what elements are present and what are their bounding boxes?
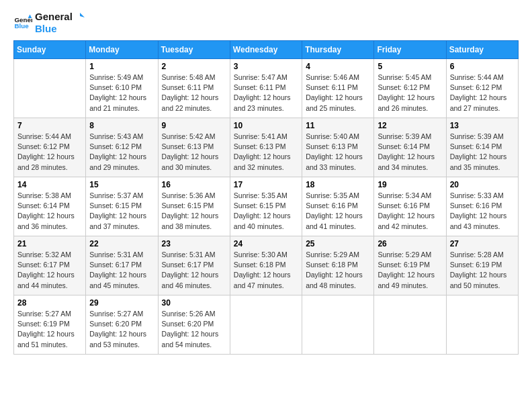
day-number: 11 — [306, 121, 370, 130]
calendar-cell: 26Sunrise: 5:29 AMSunset: 6:19 PMDayligh… — [374, 236, 446, 295]
calendar-cell: 8Sunrise: 5:43 AMSunset: 6:12 PMDaylight… — [86, 118, 158, 177]
day-info: Sunrise: 5:35 AMSunset: 6:15 PMDaylight:… — [234, 191, 298, 232]
day-info: Sunrise: 5:36 AMSunset: 6:15 PMDaylight:… — [162, 191, 226, 232]
day-info: Sunrise: 5:47 AMSunset: 6:11 PMDaylight:… — [234, 73, 298, 113]
day-info: Sunrise: 5:29 AMSunset: 6:19 PMDaylight:… — [378, 250, 442, 291]
day-number: 10 — [234, 121, 298, 130]
calendar-table: SundayMondayTuesdayWednesdayThursdayFrid… — [13, 40, 519, 355]
calendar-cell: 1Sunrise: 5:49 AMSunset: 6:10 PMDaylight… — [86, 59, 158, 118]
calendar-cell — [14, 59, 86, 118]
day-info: Sunrise: 5:42 AMSunset: 6:13 PMDaylight:… — [162, 132, 226, 173]
day-info: Sunrise: 5:44 AMSunset: 6:12 PMDaylight:… — [17, 132, 82, 173]
calendar-cell: 25Sunrise: 5:29 AMSunset: 6:18 PMDayligh… — [302, 236, 374, 295]
calendar-cell: 18Sunrise: 5:35 AMSunset: 6:16 PMDayligh… — [302, 177, 374, 236]
calendar-cell: 12Sunrise: 5:39 AMSunset: 6:14 PMDayligh… — [374, 118, 446, 177]
calendar-cell: 17Sunrise: 5:35 AMSunset: 6:15 PMDayligh… — [230, 177, 302, 236]
logo-icon: General Blue — [13, 13, 32, 32]
day-number: 28 — [17, 298, 82, 308]
day-number: 8 — [89, 121, 154, 130]
day-info: Sunrise: 5:30 AMSunset: 6:18 PMDaylight:… — [234, 250, 298, 291]
day-info: Sunrise: 5:39 AMSunset: 6:14 PMDaylight:… — [450, 132, 515, 173]
logo-wing-icon — [75, 13, 85, 22]
day-info: Sunrise: 5:31 AMSunset: 6:17 PMDaylight:… — [162, 250, 226, 291]
day-info: Sunrise: 5:27 AMSunset: 6:19 PMDaylight:… — [17, 309, 82, 350]
day-info: Sunrise: 5:43 AMSunset: 6:12 PMDaylight:… — [89, 132, 154, 173]
day-number: 20 — [450, 180, 515, 189]
day-number: 13 — [450, 121, 515, 130]
calendar-cell: 16Sunrise: 5:36 AMSunset: 6:15 PMDayligh… — [158, 177, 230, 236]
svg-text:Blue: Blue — [14, 22, 29, 30]
day-info: Sunrise: 5:27 AMSunset: 6:20 PMDaylight:… — [89, 309, 154, 350]
day-info: Sunrise: 5:49 AMSunset: 6:10 PMDaylight:… — [89, 73, 154, 113]
calendar-cell: 14Sunrise: 5:38 AMSunset: 6:14 PMDayligh… — [14, 177, 86, 236]
day-number: 23 — [162, 239, 226, 248]
day-number: 17 — [234, 180, 298, 189]
calendar-cell: 7Sunrise: 5:44 AMSunset: 6:12 PMDaylight… — [14, 118, 86, 177]
day-number: 16 — [162, 180, 226, 189]
day-number: 12 — [378, 121, 442, 130]
calendar-cell: 24Sunrise: 5:30 AMSunset: 6:18 PMDayligh… — [230, 236, 302, 295]
day-number: 29 — [89, 298, 154, 308]
calendar-cell — [446, 295, 518, 355]
day-number: 1 — [89, 62, 154, 71]
calendar-cell: 10Sunrise: 5:41 AMSunset: 6:13 PMDayligh… — [230, 118, 302, 177]
day-info: Sunrise: 5:29 AMSunset: 6:18 PMDaylight:… — [306, 250, 370, 291]
calendar-cell — [302, 295, 374, 355]
calendar-cell: 15Sunrise: 5:37 AMSunset: 6:15 PMDayligh… — [86, 177, 158, 236]
calendar-cell: 28Sunrise: 5:27 AMSunset: 6:19 PMDayligh… — [14, 295, 86, 355]
calendar-cell: 11Sunrise: 5:40 AMSunset: 6:13 PMDayligh… — [302, 118, 374, 177]
day-number: 5 — [378, 62, 442, 71]
calendar-cell: 3Sunrise: 5:47 AMSunset: 6:11 PMDaylight… — [230, 59, 302, 118]
day-info: Sunrise: 5:40 AMSunset: 6:13 PMDaylight:… — [306, 132, 370, 173]
day-number: 18 — [306, 180, 370, 189]
day-info: Sunrise: 5:46 AMSunset: 6:11 PMDaylight:… — [306, 73, 370, 113]
day-info: Sunrise: 5:38 AMSunset: 6:14 PMDaylight:… — [17, 191, 82, 232]
day-info: Sunrise: 5:41 AMSunset: 6:13 PMDaylight:… — [234, 132, 298, 173]
calendar-cell: 2Sunrise: 5:48 AMSunset: 6:11 PMDaylight… — [158, 59, 230, 118]
weekday-header: Sunday — [14, 41, 86, 59]
calendar-cell: 9Sunrise: 5:42 AMSunset: 6:13 PMDaylight… — [158, 118, 230, 177]
day-info: Sunrise: 5:35 AMSunset: 6:16 PMDaylight:… — [306, 191, 370, 232]
day-number: 24 — [234, 239, 298, 248]
day-number: 25 — [306, 239, 370, 248]
day-info: Sunrise: 5:34 AMSunset: 6:16 PMDaylight:… — [378, 191, 442, 232]
day-info: Sunrise: 5:32 AMSunset: 6:17 PMDaylight:… — [17, 250, 82, 291]
day-number: 30 — [162, 298, 226, 308]
day-info: Sunrise: 5:31 AMSunset: 6:17 PMDaylight:… — [89, 250, 154, 291]
day-number: 4 — [306, 62, 370, 71]
calendar-body: 1Sunrise: 5:49 AMSunset: 6:10 PMDaylight… — [14, 59, 519, 355]
svg-marker-3 — [80, 13, 85, 17]
weekday-header: Saturday — [446, 41, 518, 59]
calendar-cell: 29Sunrise: 5:27 AMSunset: 6:20 PMDayligh… — [86, 295, 158, 355]
calendar-cell: 13Sunrise: 5:39 AMSunset: 6:14 PMDayligh… — [446, 118, 518, 177]
day-info: Sunrise: 5:44 AMSunset: 6:12 PMDaylight:… — [450, 73, 515, 113]
day-info: Sunrise: 5:33 AMSunset: 6:16 PMDaylight:… — [450, 191, 515, 232]
day-info: Sunrise: 5:45 AMSunset: 6:12 PMDaylight:… — [378, 73, 442, 113]
calendar-cell — [230, 295, 302, 355]
weekday-header: Monday — [86, 41, 158, 59]
day-info: Sunrise: 5:28 AMSunset: 6:19 PMDaylight:… — [450, 250, 515, 291]
calendar-cell: 22Sunrise: 5:31 AMSunset: 6:17 PMDayligh… — [86, 236, 158, 295]
weekday-header: Wednesday — [230, 41, 302, 59]
calendar-cell: 5Sunrise: 5:45 AMSunset: 6:12 PMDaylight… — [374, 59, 446, 118]
day-info: Sunrise: 5:48 AMSunset: 6:11 PMDaylight:… — [162, 73, 226, 113]
page-header: General Blue General Blue — [13, 11, 519, 35]
calendar-cell: 4Sunrise: 5:46 AMSunset: 6:11 PMDaylight… — [302, 59, 374, 118]
day-number: 14 — [17, 180, 82, 189]
calendar-cell — [374, 295, 446, 355]
day-number: 2 — [162, 62, 226, 71]
day-number: 21 — [17, 239, 82, 248]
logo: General Blue General Blue — [13, 11, 85, 35]
day-number: 3 — [234, 62, 298, 71]
weekday-header: Tuesday — [158, 41, 230, 59]
calendar-cell: 19Sunrise: 5:34 AMSunset: 6:16 PMDayligh… — [374, 177, 446, 236]
calendar-cell: 6Sunrise: 5:44 AMSunset: 6:12 PMDaylight… — [446, 59, 518, 118]
day-number: 15 — [89, 180, 154, 189]
calendar-cell: 30Sunrise: 5:26 AMSunset: 6:20 PMDayligh… — [158, 295, 230, 355]
day-number: 9 — [162, 121, 226, 130]
calendar-cell: 27Sunrise: 5:28 AMSunset: 6:19 PMDayligh… — [446, 236, 518, 295]
day-number: 22 — [89, 239, 154, 248]
day-number: 27 — [450, 239, 515, 248]
day-number: 19 — [378, 180, 442, 189]
calendar-cell: 21Sunrise: 5:32 AMSunset: 6:17 PMDayligh… — [14, 236, 86, 295]
